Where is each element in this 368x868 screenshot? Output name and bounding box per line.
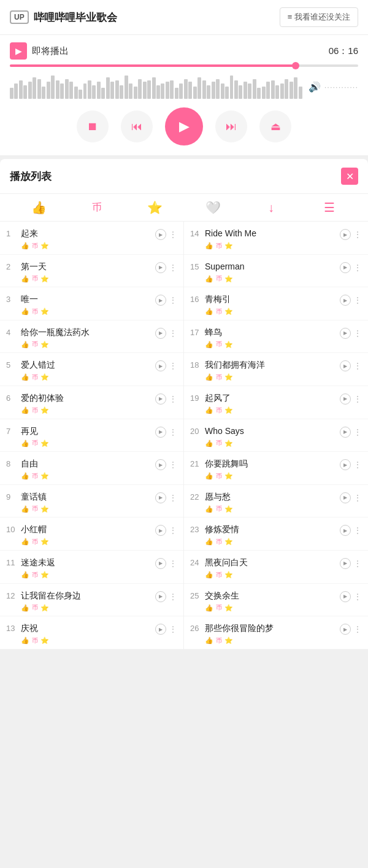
more-options-button[interactable]: ⋮ <box>353 559 362 568</box>
list-item[interactable]: 26那些你很冒险的梦👍币⭐▶⋮ <box>184 616 368 649</box>
eject-button[interactable]: ⏏ <box>259 110 291 142</box>
list-item[interactable]: 3唯一👍币⭐▶⋮ <box>0 287 183 320</box>
play-circle-button[interactable]: ▶ <box>340 525 351 536</box>
list-filter-icon[interactable]: ☰ <box>300 200 358 215</box>
play-button[interactable]: ▶ <box>165 107 203 145</box>
list-item[interactable]: 24黑夜问白天👍币⭐▶⋮ <box>184 551 368 584</box>
more-options-button[interactable]: ⋮ <box>353 427 362 437</box>
song-name: Who Says <box>205 425 336 438</box>
star-filter-icon[interactable]: ⭐ <box>126 200 184 215</box>
list-item[interactable]: 16青梅引👍币⭐▶⋮ <box>184 287 368 320</box>
more-options-button[interactable]: ⋮ <box>169 460 177 470</box>
more-options-button[interactable]: ⋮ <box>353 230 362 239</box>
play-circle-button[interactable]: ▶ <box>155 525 166 536</box>
play-circle-button[interactable]: ▶ <box>340 229 351 240</box>
heart-filter-icon[interactable]: 🤍 <box>184 200 242 215</box>
list-item[interactable]: 15Superman👍币⭐▶⋮ <box>184 255 368 288</box>
play-circle-button[interactable]: ▶ <box>340 591 351 602</box>
more-options-button[interactable]: ⋮ <box>169 525 177 535</box>
play-circle-button[interactable]: ▶ <box>340 295 351 306</box>
more-options-button[interactable]: ⋮ <box>169 263 177 273</box>
coin-filter-icon[interactable]: 币 <box>68 201 126 214</box>
more-options-button[interactable]: ⋮ <box>169 559 177 568</box>
prev-button[interactable]: ⏮ <box>121 110 153 142</box>
list-item[interactable]: 10小红帽👍币⭐▶⋮ <box>0 517 183 551</box>
play-circle-button[interactable]: ▶ <box>155 591 166 602</box>
like-icon: 👍 <box>205 637 213 645</box>
play-circle-button[interactable]: ▶ <box>340 427 351 438</box>
list-item[interactable]: 6爱的初体验👍币⭐▶⋮ <box>0 386 183 419</box>
song-controls: ▶⋮ <box>155 524 177 536</box>
more-options-button[interactable]: ⋮ <box>353 328 362 338</box>
more-options-button[interactable]: ⋮ <box>353 361 362 371</box>
more-options-button[interactable]: ⋮ <box>353 460 362 470</box>
play-circle-button[interactable]: ▶ <box>155 262 166 273</box>
list-item[interactable]: 14Ride With Me👍币⭐▶⋮ <box>184 222 368 255</box>
list-item[interactable]: 12让我留在你身边👍币⭐▶⋮ <box>0 584 183 617</box>
list-item[interactable]: 11迷途未返👍币⭐▶⋮ <box>0 551 183 584</box>
song-list: 1起来👍币⭐▶⋮2第一天👍币⭐▶⋮3唯一👍币⭐▶⋮4给你一瓶魔法药水👍币⭐▶⋮5… <box>0 222 368 649</box>
list-item[interactable]: 25交换余生👍币⭐▶⋮ <box>184 584 368 617</box>
progress-bar[interactable] <box>10 64 358 67</box>
coin-icon: 币 <box>216 472 222 481</box>
stop-button[interactable]: ⏹ <box>77 110 109 142</box>
more-options-button[interactable]: ⋮ <box>353 263 362 273</box>
play-circle-button[interactable]: ▶ <box>155 459 166 470</box>
list-item[interactable]: 22愿与愁👍币⭐▶⋮ <box>184 485 368 518</box>
more-options-button[interactable]: ⋮ <box>353 525 362 535</box>
play-circle-button[interactable]: ▶ <box>155 492 166 503</box>
play-circle-button[interactable]: ▶ <box>155 558 166 569</box>
more-options-button[interactable]: ⋮ <box>353 592 362 602</box>
play-circle-button[interactable]: ▶ <box>340 558 351 569</box>
more-options-button[interactable]: ⋮ <box>169 493 177 503</box>
more-options-button[interactable]: ⋮ <box>353 493 362 503</box>
next-button[interactable]: ⏭ <box>215 110 247 142</box>
play-circle-button[interactable]: ▶ <box>340 459 351 470</box>
list-item[interactable]: 9童话镇👍币⭐▶⋮ <box>0 485 183 518</box>
play-circle-button[interactable]: ▶ <box>155 360 166 371</box>
list-item[interactable]: 17蜂鸟👍币⭐▶⋮ <box>184 320 368 354</box>
more-options-button[interactable]: ⋮ <box>169 394 177 404</box>
follow-button[interactable]: ≡ 我看谁还没关注 <box>280 7 358 27</box>
list-item[interactable]: 2第一天👍币⭐▶⋮ <box>0 255 183 288</box>
more-options-button[interactable]: ⋮ <box>169 624 177 634</box>
play-circle-button[interactable]: ▶ <box>340 262 351 273</box>
more-options-button[interactable]: ⋮ <box>169 592 177 602</box>
list-item[interactable]: 4给你一瓶魔法药水👍币⭐▶⋮ <box>0 320 183 354</box>
more-options-button[interactable]: ⋮ <box>169 295 177 305</box>
list-item[interactable]: 23修炼爱情👍币⭐▶⋮ <box>184 517 368 551</box>
more-options-button[interactable]: ⋮ <box>169 328 177 338</box>
list-item[interactable]: 19起风了👍币⭐▶⋮ <box>184 386 368 419</box>
play-circle-button[interactable]: ▶ <box>155 427 166 438</box>
play-circle-button[interactable]: ▶ <box>340 624 351 635</box>
play-circle-button[interactable]: ▶ <box>155 229 166 240</box>
list-item[interactable]: 18我们都拥有海洋👍币⭐▶⋮ <box>184 353 368 386</box>
like-filter-icon[interactable]: 👍 <box>10 200 68 215</box>
play-circle-button[interactable]: ▶ <box>340 328 351 339</box>
song-info: 青梅引👍币⭐ <box>205 293 336 316</box>
more-options-button[interactable]: ⋮ <box>169 361 177 371</box>
list-item[interactable]: 20Who Says👍币⭐▶⋮ <box>184 419 368 452</box>
now-playing-left: ▶ 即将播出 <box>10 42 69 60</box>
list-item[interactable]: 5爱人错过👍币⭐▶⋮ <box>0 353 183 386</box>
list-item[interactable]: 8自由👍币⭐▶⋮ <box>0 452 183 485</box>
play-circle-button[interactable]: ▶ <box>340 360 351 371</box>
close-button[interactable]: ✕ <box>341 168 358 185</box>
play-circle-button[interactable]: ▶ <box>340 393 351 405</box>
more-options-button[interactable]: ⋮ <box>169 427 177 437</box>
play-circle-button[interactable]: ▶ <box>155 328 166 339</box>
play-circle-button[interactable]: ▶ <box>155 624 166 635</box>
coin-icon: 币 <box>216 373 222 382</box>
list-item[interactable]: 13庆祝👍币⭐▶⋮ <box>0 616 183 649</box>
list-item[interactable]: 21你要跳舞吗👍币⭐▶⋮ <box>184 452 368 485</box>
play-circle-button[interactable]: ▶ <box>155 295 166 306</box>
download-filter-icon[interactable]: ↓ <box>242 201 301 215</box>
more-options-button[interactable]: ⋮ <box>353 394 362 404</box>
play-circle-button[interactable]: ▶ <box>155 393 166 405</box>
more-options-button[interactable]: ⋮ <box>169 230 177 239</box>
list-item[interactable]: 7再见👍币⭐▶⋮ <box>0 419 183 452</box>
list-item[interactable]: 1起来👍币⭐▶⋮ <box>0 222 183 255</box>
more-options-button[interactable]: ⋮ <box>353 295 362 305</box>
play-circle-button[interactable]: ▶ <box>340 492 351 503</box>
more-options-button[interactable]: ⋮ <box>353 624 362 634</box>
